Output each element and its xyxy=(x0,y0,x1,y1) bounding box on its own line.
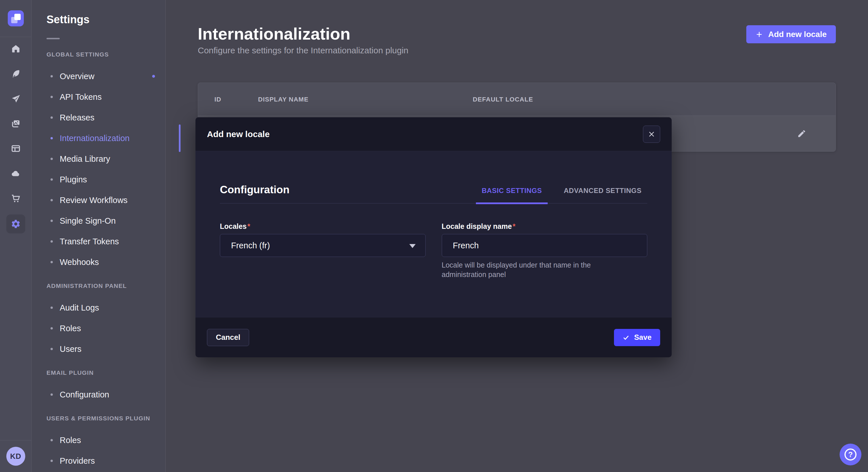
section-header-administration-panel: ADMINISTRATION PANEL xyxy=(46,282,165,290)
display-name-input[interactable] xyxy=(442,234,648,257)
page-subtitle: Configure the settings for the Internati… xyxy=(198,45,836,56)
bullet-icon xyxy=(51,307,53,309)
sidebar-item-configuration[interactable]: Configuration xyxy=(46,384,165,405)
sidebar-item-webhooks[interactable]: Webhooks xyxy=(46,252,165,272)
add-new-locale-modal: Add new locale Configuration BASIC SETTI… xyxy=(195,117,672,357)
required-asterisk: * xyxy=(513,222,516,230)
notification-dot xyxy=(152,75,155,78)
column-header-default-locale: DEFAULT LOCALE xyxy=(473,83,533,116)
sidebar-item-review-workflows[interactable]: Review Workflows xyxy=(46,190,165,210)
bullet-icon xyxy=(51,220,53,222)
section-header-email-plugin: EMAIL PLUGIN xyxy=(46,369,165,376)
bullet-icon xyxy=(51,348,53,350)
deploy-send-icon[interactable] xyxy=(11,94,21,103)
configuration-header-row: Configuration BASIC SETTINGS ADVANCED SE… xyxy=(220,183,647,204)
sidebar-item-api-tokens[interactable]: API Tokens xyxy=(46,87,165,107)
bullet-icon xyxy=(51,439,53,441)
sidebar-item-releases[interactable]: Releases xyxy=(46,107,165,128)
strapi-logo-mark xyxy=(14,14,21,20)
bullet-icon xyxy=(51,96,53,98)
home-icon[interactable] xyxy=(11,44,21,54)
sidebar-item-audit-logs[interactable]: Audit Logs xyxy=(46,297,165,318)
cancel-button[interactable]: Cancel xyxy=(207,329,249,346)
user-avatar[interactable]: KD xyxy=(6,447,25,466)
display-name-label: Locale display name* xyxy=(442,222,648,231)
section-header-global-settings: GLOBAL SETTINGS xyxy=(46,51,165,58)
sidebar-item-media-library[interactable]: Media Library xyxy=(46,148,165,169)
media-library-images-icon[interactable] xyxy=(11,119,21,129)
bullet-icon xyxy=(51,158,53,160)
page-title: Internationalization xyxy=(198,25,836,43)
sidebar-item-users[interactable]: Users xyxy=(46,339,165,359)
sidebar-item-single-sign-on[interactable]: Single Sign-On xyxy=(46,210,165,231)
configuration-section-title: Configuration xyxy=(220,183,290,203)
edit-locale-button[interactable] xyxy=(795,127,808,140)
content-builder-feather-icon[interactable] xyxy=(11,69,21,78)
column-header-display-name: DISPLAY NAME xyxy=(258,83,309,116)
save-button[interactable]: Save xyxy=(614,329,660,346)
tab-basic-settings[interactable]: BASIC SETTINGS xyxy=(476,187,548,204)
settings-tabs: BASIC SETTINGS ADVANCED SETTINGS xyxy=(466,187,647,203)
modal-footer: Cancel Save xyxy=(195,317,672,357)
bullet-icon xyxy=(51,75,53,77)
locales-select[interactable]: French (fr) xyxy=(220,234,426,257)
marketplace-cart-icon[interactable] xyxy=(11,194,21,203)
sidebar-item-roles-admin[interactable]: Roles xyxy=(46,318,165,339)
title-divider xyxy=(46,38,60,39)
check-icon xyxy=(623,334,629,341)
close-modal-button[interactable] xyxy=(643,126,660,143)
bullet-icon xyxy=(51,240,53,243)
bullet-icon xyxy=(51,394,53,396)
sidebar-item-plugins[interactable]: Plugins xyxy=(46,169,165,190)
plus-icon xyxy=(755,31,763,38)
column-header-id: ID xyxy=(214,83,221,116)
settings-sidebar: Settings GLOBAL SETTINGS Overview API To… xyxy=(32,0,166,472)
sidebar-item-overview[interactable]: Overview xyxy=(46,66,165,87)
main-nav-rail: KD xyxy=(0,0,32,472)
help-question-icon: ? xyxy=(844,448,857,461)
bullet-icon xyxy=(51,261,53,263)
logo-section xyxy=(0,0,31,37)
bullet-icon xyxy=(51,460,53,462)
settings-gear-icon xyxy=(11,219,21,229)
nav-icon-list xyxy=(6,37,25,233)
user-section: KD xyxy=(0,440,31,472)
modal-body: Configuration BASIC SETTINGS ADVANCED SE… xyxy=(195,151,672,317)
strapi-logo[interactable] xyxy=(8,10,24,26)
sidebar-item-internationalization[interactable]: Internationalization xyxy=(46,128,165,148)
bullet-icon xyxy=(51,116,53,119)
sidebar-item-transfer-tokens[interactable]: Transfer Tokens xyxy=(46,231,165,252)
bullet-icon xyxy=(51,327,53,330)
cloud-icon[interactable] xyxy=(11,169,21,178)
tab-advanced-settings[interactable]: ADVANCED SETTINGS xyxy=(558,187,647,204)
bullet-icon xyxy=(51,137,53,139)
required-asterisk: * xyxy=(247,222,250,230)
table-header-row: ID DISPLAY NAME DEFAULT LOCALE xyxy=(198,83,836,116)
sidebar-item-providers[interactable]: Providers xyxy=(46,450,165,471)
help-button[interactable]: ? xyxy=(840,444,861,465)
bullet-icon xyxy=(51,199,53,201)
display-name-field-group: Locale display name* Locale will be disp… xyxy=(442,222,648,279)
settings-sidebar-title: Settings xyxy=(46,13,165,26)
pencil-icon xyxy=(797,129,806,138)
add-new-locale-button[interactable]: Add new locale xyxy=(746,25,836,43)
modal-title: Add new locale xyxy=(207,129,270,139)
caret-down-icon xyxy=(409,244,415,248)
locales-label: Locales* xyxy=(220,222,426,231)
locales-field-group: Locales* French (fr) xyxy=(220,222,426,279)
sidebar-item-roles-up[interactable]: Roles xyxy=(46,430,165,450)
section-header-users-permissions-plugin: USERS & PERMISSIONS PLUGIN xyxy=(46,415,165,422)
locales-select-value: French (fr) xyxy=(231,241,270,250)
bullet-icon xyxy=(51,178,53,181)
content-manager-layout-icon[interactable] xyxy=(11,144,21,154)
display-name-hint: Locale will be displayed under that name… xyxy=(442,260,631,279)
locale-form: Locales* French (fr) Locale display name… xyxy=(220,222,647,279)
settings-nav-tile[interactable] xyxy=(6,214,25,233)
modal-header: Add new locale xyxy=(195,117,672,151)
close-icon xyxy=(648,131,655,138)
